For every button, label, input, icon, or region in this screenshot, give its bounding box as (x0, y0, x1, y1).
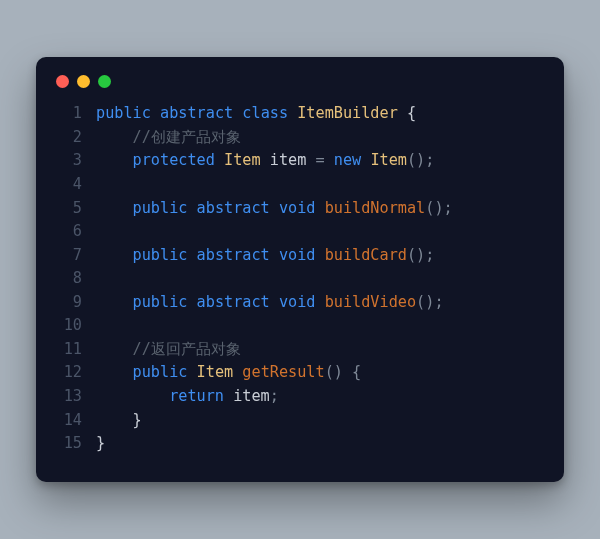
line-content: public abstract class ItemBuilder { (96, 102, 546, 126)
line-content (96, 220, 546, 244)
line-number: 11 (54, 338, 96, 362)
line-content: protected Item item = new Item(); (96, 149, 546, 173)
code-line: 6 (54, 220, 546, 244)
code-line: 4 (54, 173, 546, 197)
line-number: 9 (54, 291, 96, 315)
line-number: 1 (54, 102, 96, 126)
line-content: public abstract void buildNormal(); (96, 197, 546, 221)
close-icon[interactable] (56, 75, 69, 88)
code-line: 1public abstract class ItemBuilder { (54, 102, 546, 126)
code-line: 3 protected Item item = new Item(); (54, 149, 546, 173)
zoom-icon[interactable] (98, 75, 111, 88)
line-content: public abstract void buildVideo(); (96, 291, 546, 315)
code-window: 1public abstract class ItemBuilder {2 //… (36, 57, 564, 481)
line-number: 5 (54, 197, 96, 221)
line-number: 8 (54, 267, 96, 291)
code-line: 15} (54, 432, 546, 456)
code-block: 1public abstract class ItemBuilder {2 //… (54, 102, 546, 455)
line-content: } (96, 432, 546, 456)
code-line: 14 } (54, 409, 546, 433)
minimize-icon[interactable] (77, 75, 90, 88)
code-line: 12 public Item getResult() { (54, 361, 546, 385)
line-number: 6 (54, 220, 96, 244)
line-number: 13 (54, 385, 96, 409)
stage: 1public abstract class ItemBuilder {2 //… (0, 0, 600, 539)
window-titlebar (54, 73, 546, 102)
line-content (96, 267, 546, 291)
line-content (96, 173, 546, 197)
code-line: 2 //创建产品对象 (54, 126, 546, 150)
line-number: 4 (54, 173, 96, 197)
line-number: 7 (54, 244, 96, 268)
code-line: 11 //返回产品对象 (54, 338, 546, 362)
line-content: //返回产品对象 (96, 338, 546, 362)
code-line: 10 (54, 314, 546, 338)
line-number: 3 (54, 149, 96, 173)
line-content: return item; (96, 385, 546, 409)
line-number: 2 (54, 126, 96, 150)
line-number: 14 (54, 409, 96, 433)
line-number: 10 (54, 314, 96, 338)
code-line: 8 (54, 267, 546, 291)
code-line: 7 public abstract void buildCard(); (54, 244, 546, 268)
line-number: 12 (54, 361, 96, 385)
line-content: } (96, 409, 546, 433)
line-content (96, 314, 546, 338)
code-line: 5 public abstract void buildNormal(); (54, 197, 546, 221)
line-content: //创建产品对象 (96, 126, 546, 150)
code-line: 9 public abstract void buildVideo(); (54, 291, 546, 315)
line-content: public Item getResult() { (96, 361, 546, 385)
code-line: 13 return item; (54, 385, 546, 409)
line-content: public abstract void buildCard(); (96, 244, 546, 268)
line-number: 15 (54, 432, 96, 456)
